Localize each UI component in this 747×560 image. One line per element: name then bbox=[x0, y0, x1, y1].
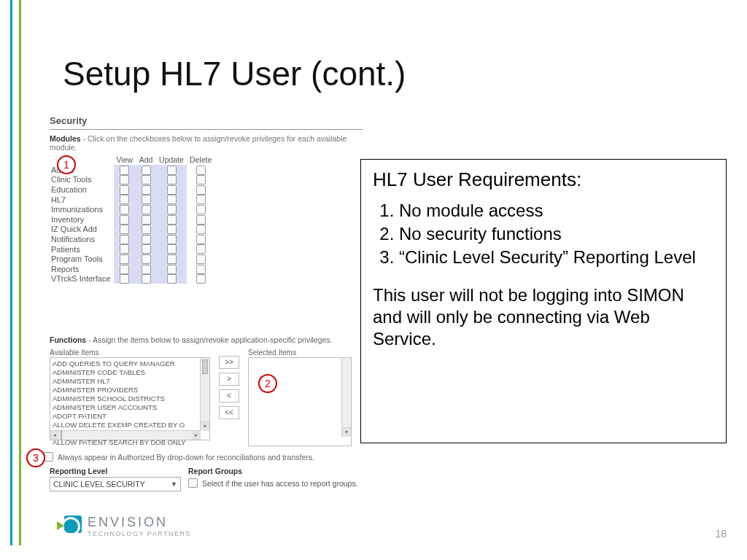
move-left-button[interactable]: < bbox=[219, 389, 239, 402]
selected-items-label: Selected Items bbox=[248, 349, 352, 357]
chevron-down-icon[interactable]: ▾ bbox=[342, 427, 351, 437]
slide-title: Setup HL7 User (cont.) bbox=[63, 54, 406, 93]
reporting-level-label: Reporting Level bbox=[50, 467, 181, 475]
module-checkbox[interactable] bbox=[196, 205, 206, 214]
requirements-note: This user will not be logging into SIMON… bbox=[373, 284, 714, 350]
module-checkbox[interactable] bbox=[196, 244, 206, 254]
module-checkbox[interactable] bbox=[142, 244, 151, 254]
security-header: Security bbox=[50, 115, 363, 126]
module-checkbox[interactable] bbox=[142, 175, 151, 184]
list-item[interactable]: ADMINISTER HL7 bbox=[53, 377, 207, 386]
module-checkbox[interactable] bbox=[142, 205, 151, 214]
module-checkbox[interactable] bbox=[167, 244, 177, 254]
module-checkbox[interactable] bbox=[120, 205, 129, 214]
table-row: Education bbox=[50, 184, 214, 195]
accent-bars bbox=[10, 0, 25, 545]
module-checkbox[interactable] bbox=[142, 254, 151, 264]
module-checkbox[interactable] bbox=[196, 254, 206, 264]
col-view: View bbox=[114, 155, 136, 165]
module-checkbox[interactable] bbox=[120, 185, 129, 195]
chevron-right-icon[interactable]: ▸ bbox=[192, 431, 201, 440]
module-name: Patients bbox=[50, 244, 114, 254]
module-checkbox[interactable] bbox=[196, 215, 206, 225]
module-checkbox[interactable] bbox=[167, 195, 177, 204]
module-checkbox[interactable] bbox=[196, 185, 206, 195]
available-items-list[interactable]: ADD QUERIES TO QUERY MANAGERADMINISTER C… bbox=[50, 357, 210, 440]
module-checkbox[interactable] bbox=[167, 254, 177, 264]
authorized-by-row: Always appear in Authorized By drop-down… bbox=[44, 452, 314, 462]
module-checkbox[interactable] bbox=[167, 175, 177, 184]
module-checkbox[interactable] bbox=[196, 235, 206, 244]
module-checkbox[interactable] bbox=[167, 235, 177, 244]
modules-table: View Add Update Delete AdminClinic Tools… bbox=[50, 155, 214, 284]
module-name: Inventory bbox=[50, 214, 114, 225]
module-checkbox[interactable] bbox=[196, 175, 206, 184]
annotation-circle-2: 2 bbox=[258, 374, 277, 393]
module-checkbox[interactable] bbox=[167, 274, 177, 284]
module-checkbox[interactable] bbox=[196, 166, 206, 175]
module-checkbox[interactable] bbox=[167, 185, 177, 195]
list-item[interactable]: ADMINISTER USER ACCOUNTS bbox=[53, 403, 207, 412]
module-checkbox[interactable] bbox=[120, 166, 129, 175]
module-checkbox[interactable] bbox=[167, 205, 177, 214]
list-item[interactable]: ADMINISTER CODE TABLES bbox=[53, 368, 207, 377]
table-row: Patients bbox=[50, 244, 214, 254]
module-checkbox[interactable] bbox=[142, 225, 151, 234]
module-name: VTrckS Interface bbox=[50, 274, 114, 284]
scrollbar-horizontal[interactable]: ◂ ▸ bbox=[50, 430, 201, 440]
move-right-button[interactable]: > bbox=[219, 373, 239, 386]
list-item[interactable]: ADOPT PATIENT bbox=[53, 412, 207, 421]
move-all-right-button[interactable]: >> bbox=[219, 356, 239, 369]
reporting-level-select[interactable]: CLINIC LEVEL SECURITY ▼ bbox=[50, 477, 181, 491]
module-checkbox[interactable] bbox=[120, 195, 129, 204]
table-row: HL7 bbox=[50, 195, 214, 205]
module-checkbox[interactable] bbox=[120, 254, 129, 264]
module-checkbox[interactable] bbox=[196, 225, 206, 234]
functions-caption: Functions - Assign the items below to as… bbox=[50, 335, 363, 344]
list-item[interactable]: ADMINISTER SCHOOL DISTRICTS bbox=[53, 394, 207, 403]
module-name: Clinic Tools bbox=[50, 175, 114, 185]
module-checkbox[interactable] bbox=[167, 166, 177, 175]
chevron-left-icon[interactable]: ◂ bbox=[50, 431, 59, 440]
chevron-down-icon: ▼ bbox=[171, 481, 177, 488]
module-checkbox[interactable] bbox=[142, 195, 151, 204]
list-item[interactable]: ALLOW DELETE EXEMP CREATED BY O bbox=[53, 421, 207, 429]
reporting-level-row: Reporting Level CLINIC LEVEL SECURITY ▼ bbox=[50, 467, 181, 491]
module-checkbox[interactable] bbox=[196, 265, 206, 274]
scrollbar-vertical[interactable]: ▾ bbox=[200, 358, 209, 431]
module-checkbox[interactable] bbox=[167, 215, 177, 225]
table-row: VTrckS Interface bbox=[50, 274, 214, 284]
footer-logo: ENVISION TECHNOLOGY PARTNERS bbox=[57, 514, 191, 537]
module-checkbox[interactable] bbox=[142, 215, 151, 225]
module-checkbox[interactable] bbox=[142, 185, 151, 195]
module-checkbox[interactable] bbox=[167, 265, 177, 274]
module-checkbox[interactable] bbox=[142, 265, 151, 274]
chevron-down-icon[interactable]: ▾ bbox=[201, 421, 209, 431]
module-checkbox[interactable] bbox=[120, 244, 129, 254]
module-checkbox[interactable] bbox=[196, 195, 206, 204]
module-checkbox[interactable] bbox=[120, 215, 129, 225]
module-checkbox[interactable] bbox=[196, 274, 206, 284]
table-row: Program Tools bbox=[50, 254, 214, 264]
move-all-left-button[interactable]: << bbox=[219, 406, 239, 419]
module-checkbox[interactable] bbox=[120, 235, 129, 244]
requirement-item: “Clinic Level Security” Reporting Level bbox=[399, 246, 714, 268]
scrollbar-vertical[interactable]: ▾ bbox=[341, 358, 351, 437]
module-checkbox[interactable] bbox=[142, 235, 151, 244]
module-checkbox[interactable] bbox=[120, 225, 129, 234]
module-checkbox[interactable] bbox=[120, 175, 129, 184]
modules-caption: Modules - Click on the checkboxes below … bbox=[50, 134, 363, 152]
module-checkbox[interactable] bbox=[120, 265, 129, 274]
envision-logo-icon bbox=[57, 514, 82, 537]
page-number: 18 bbox=[715, 528, 727, 540]
selected-items-list[interactable]: ▾ bbox=[248, 357, 352, 446]
footer-brand: ENVISION bbox=[88, 515, 191, 530]
module-checkbox[interactable] bbox=[120, 274, 129, 284]
module-checkbox[interactable] bbox=[142, 166, 151, 175]
module-checkbox[interactable] bbox=[142, 274, 151, 284]
list-item[interactable]: ADMINISTER PROVIDERS bbox=[53, 386, 207, 394]
requirements-list: No module accessNo security functions“Cl… bbox=[382, 200, 714, 268]
report-groups-checkbox[interactable] bbox=[188, 478, 198, 488]
module-checkbox[interactable] bbox=[167, 225, 177, 234]
list-item[interactable]: ADD QUERIES TO QUERY MANAGER bbox=[53, 359, 207, 368]
